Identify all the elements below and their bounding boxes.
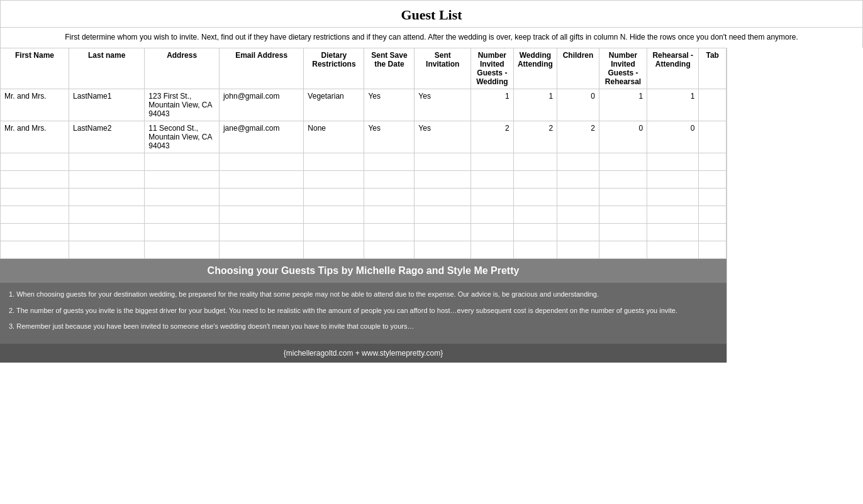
empty-cell xyxy=(471,171,513,189)
empty-cell xyxy=(219,171,303,189)
table-container: First Name Last name Address Email Addre… xyxy=(0,48,727,363)
empty-cell xyxy=(699,241,727,259)
page-wrapper: Guest List First determine whom you wish… xyxy=(0,0,863,363)
empty-cell xyxy=(699,153,727,171)
cell-children: 2 xyxy=(557,121,599,153)
empty-cell xyxy=(471,206,513,224)
empty-cell xyxy=(415,171,471,189)
empty-cell xyxy=(1,153,69,171)
subtitle-section: First determine whom you wish to invite.… xyxy=(0,27,863,48)
empty-cell xyxy=(513,171,557,189)
table-row: Mr. and Mrs.LastName211 Second St., Moun… xyxy=(1,121,727,153)
cell-invitation: Yes xyxy=(415,89,471,121)
cell-address: 123 First St., Mountain View, CA 94043 xyxy=(145,89,220,121)
col-header-wedding-attending: Wedding Attending xyxy=(513,48,557,89)
empty-row xyxy=(1,206,727,224)
empty-row xyxy=(1,171,727,189)
empty-cell xyxy=(69,224,145,241)
empty-cell xyxy=(219,189,303,206)
cell-tab xyxy=(699,89,727,121)
cell-num_invited_rehearsal: 0 xyxy=(599,121,647,153)
empty-cell xyxy=(145,206,220,224)
empty-cell xyxy=(699,206,727,224)
tips-footer: {michelleragoltd.com + www.stylemepretty… xyxy=(0,344,727,363)
tip2: 2. The number of guests you invite is th… xyxy=(9,305,718,317)
empty-cell xyxy=(364,189,415,206)
col-header-num-invited-wedding: Number Invited Guests - Wedding xyxy=(471,48,513,89)
col-header-children: Children xyxy=(557,48,599,89)
empty-cell xyxy=(69,241,145,259)
cell-lastname: LastName1 xyxy=(69,89,145,121)
subtitle-text: First determine whom you wish to invite.… xyxy=(65,33,798,41)
empty-cell xyxy=(415,224,471,241)
empty-cell xyxy=(304,224,364,241)
empty-cell xyxy=(513,224,557,241)
cell-lastname: LastName2 xyxy=(69,121,145,153)
empty-row xyxy=(1,224,727,241)
tips-section: Choosing your Guests Tips by Michelle Ra… xyxy=(0,259,727,363)
right-panel xyxy=(727,48,863,363)
guest-table: First Name Last name Address Email Addre… xyxy=(0,48,727,259)
empty-cell xyxy=(364,224,415,241)
empty-cell xyxy=(304,241,364,259)
empty-cell xyxy=(557,189,599,206)
cell-tab xyxy=(699,121,727,153)
empty-cell xyxy=(647,153,699,171)
empty-cell xyxy=(415,206,471,224)
cell-dietary: Vegetarian xyxy=(304,89,364,121)
empty-cell xyxy=(557,224,599,241)
empty-cell xyxy=(599,153,647,171)
col-header-address: Address xyxy=(145,48,220,89)
empty-cell xyxy=(471,241,513,259)
cell-num_invited_wedding: 1 xyxy=(471,89,513,121)
empty-cell xyxy=(647,241,699,259)
empty-cell xyxy=(599,171,647,189)
empty-cell xyxy=(471,153,513,171)
col-header-lastname: Last name xyxy=(69,48,145,89)
empty-cell xyxy=(145,241,220,259)
empty-cell xyxy=(699,224,727,241)
col-header-num-invited-rehearsal: Number Invited Guests - Rehearsal xyxy=(599,48,647,89)
cell-firstname: Mr. and Mrs. xyxy=(1,121,69,153)
empty-cell xyxy=(513,189,557,206)
empty-cell xyxy=(557,241,599,259)
cell-rehearsal_attending: 1 xyxy=(647,89,699,121)
cell-invitation: Yes xyxy=(415,121,471,153)
empty-cell xyxy=(647,189,699,206)
empty-cell xyxy=(364,153,415,171)
cell-dietary: None xyxy=(304,121,364,153)
col-header-email: Email Address xyxy=(219,48,303,89)
empty-cell xyxy=(415,189,471,206)
empty-row xyxy=(1,241,727,259)
empty-cell xyxy=(471,189,513,206)
empty-cell xyxy=(599,241,647,259)
empty-cell xyxy=(1,224,69,241)
empty-cell xyxy=(219,224,303,241)
cell-num_invited_wedding: 2 xyxy=(471,121,513,153)
empty-cell xyxy=(557,206,599,224)
cell-savedate: Yes xyxy=(364,89,415,121)
empty-cell xyxy=(145,189,220,206)
cell-address: 11 Second St., Mountain View, CA 94043 xyxy=(145,121,220,153)
cell-firstname: Mr. and Mrs. xyxy=(1,89,69,121)
header-row: First Name Last name Address Email Addre… xyxy=(1,48,727,89)
tip3: 3. Remember just because you have been i… xyxy=(9,321,718,332)
empty-cell xyxy=(1,206,69,224)
empty-cell xyxy=(69,206,145,224)
empty-cell xyxy=(647,206,699,224)
empty-cell xyxy=(145,171,220,189)
empty-cell xyxy=(699,189,727,206)
empty-cell xyxy=(415,153,471,171)
tips-title: Choosing your Guests Tips by Michelle Ra… xyxy=(0,259,727,283)
col-header-dietary: Dietary Restrictions xyxy=(304,48,364,89)
cell-rehearsal_attending: 0 xyxy=(647,121,699,153)
empty-cell xyxy=(415,241,471,259)
empty-cell xyxy=(69,189,145,206)
table-row: Mr. and Mrs.LastName1123 First St., Moun… xyxy=(1,89,727,121)
col-header-tab: Tab xyxy=(699,48,727,89)
tip1: 1. When choosing guests for your destina… xyxy=(9,289,718,300)
empty-row xyxy=(1,153,727,171)
cell-email: john@gmail.com xyxy=(219,89,303,121)
empty-cell xyxy=(1,189,69,206)
empty-cell xyxy=(647,171,699,189)
